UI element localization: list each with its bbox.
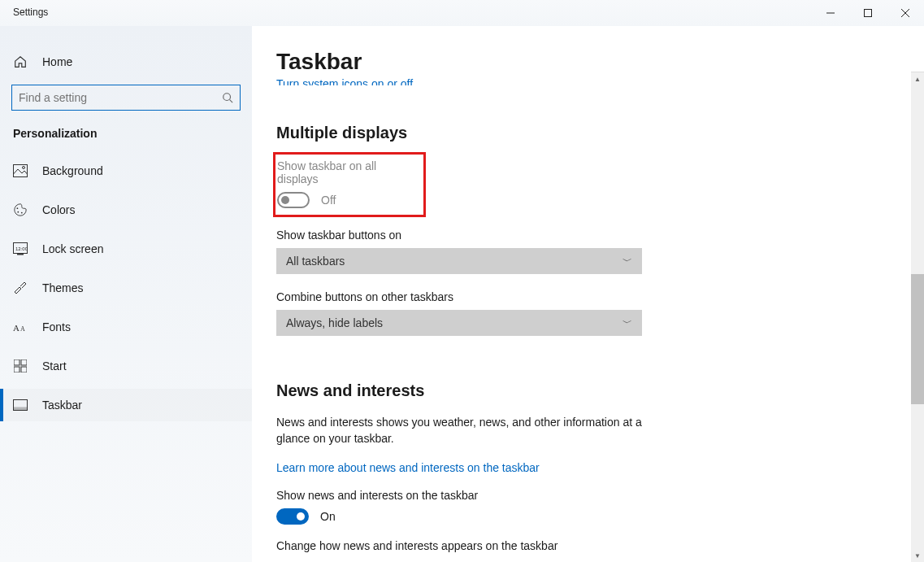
taskbar-icon [13,398,28,412]
sidebar-item-colors[interactable]: Colors [0,194,252,226]
label-change-news-appearance: Change how news and interests appears on… [276,539,924,552]
sidebar-item-themes[interactable]: Themes [0,272,252,304]
toggle-show-taskbar-all[interactable] [277,192,310,208]
svg-rect-18 [14,367,20,372]
search-icon [222,92,233,103]
palette-icon [13,203,28,217]
chevron-down-icon: ﹀ [623,316,632,330]
svg-text:A: A [20,325,25,333]
close-button[interactable] [887,0,924,26]
link-system-icons[interactable]: Turn system icons on or off [276,77,924,85]
scroll-up-arrow[interactable]: ▲ [911,72,924,85]
sidebar-item-label: Background [42,164,103,177]
sidebar-item-label: Themes [42,281,84,294]
link-learn-more[interactable]: Learn more about news and interests on t… [276,461,540,474]
chevron-down-icon: ﹀ [623,255,632,268]
svg-rect-21 [14,407,28,411]
themes-icon [13,281,28,295]
search-input[interactable] [19,91,222,104]
sidebar-item-fonts[interactable]: AA Fonts [0,311,252,343]
toggle-state: Off [321,194,336,207]
label-show-taskbar-all: Show taskbar on all displays [277,159,417,185]
heading-multiple-displays: Multiple displays [276,124,924,142]
heading-news: News and interests [276,381,924,400]
scroll-down-arrow[interactable]: ▼ [911,549,924,562]
dropdown-combine-buttons[interactable]: Always, hide labels ﹀ [276,310,642,336]
window-controls [812,0,924,26]
dropdown-value: All taskbars [286,255,345,268]
svg-line-5 [230,100,233,103]
titlebar: Settings [0,0,924,26]
dropdown-show-buttons-on[interactable]: All taskbars ﹀ [276,248,642,274]
lockscreen-icon: 12:00 [13,242,28,256]
start-icon [13,359,28,373]
svg-point-10 [21,212,23,214]
svg-rect-19 [21,367,27,372]
section-heading: Personalization [0,122,252,148]
svg-point-7 [23,167,25,169]
svg-point-8 [17,207,19,209]
toggle-show-news[interactable] [276,508,309,525]
sidebar-item-taskbar[interactable]: Taskbar [0,389,252,421]
svg-point-4 [223,94,231,101]
label-show-news: Show news and interests on the taskbar [276,489,924,502]
maximize-button[interactable] [849,0,887,26]
home-button[interactable]: Home [0,46,252,78]
svg-rect-1 [865,10,872,17]
svg-text:A: A [13,323,20,333]
sidebar-item-label: Taskbar [42,399,82,412]
window-title: Settings [0,0,48,18]
label-combine-buttons: Combine buttons on other taskbars [276,290,924,303]
sidebar-item-label: Colors [42,203,75,216]
dropdown-value: Always, hide labels [286,316,383,329]
minimize-button[interactable] [812,0,849,26]
svg-text:12:00: 12:00 [15,246,28,251]
picture-icon [13,163,28,178]
home-icon [13,54,28,69]
page-title: Taskbar [276,49,924,75]
svg-rect-12 [17,254,24,255]
search-box[interactable] [11,85,241,111]
toggle-state: On [320,510,336,523]
svg-point-9 [17,211,19,213]
sidebar-item-lockscreen[interactable]: 12:00 Lock screen [0,233,252,265]
main-content: Taskbar Turn system icons on or off Mult… [252,26,924,562]
sidebar-item-label: Fonts [42,320,71,333]
svg-rect-16 [14,359,20,365]
sidebar-item-label: Lock screen [42,242,103,255]
scrollbar[interactable]: ▲ ▼ [911,72,924,562]
fonts-icon: AA [13,320,28,334]
highlight-box: Show taskbar on all displays Off [273,152,426,217]
svg-rect-17 [21,359,27,365]
sidebar-item-start[interactable]: Start [0,350,252,382]
label-show-buttons-on: Show taskbar buttons on [276,229,924,242]
scrollbar-thumb[interactable] [911,274,924,404]
news-description: News and interests shows you weather, ne… [276,415,642,447]
home-label: Home [42,55,72,68]
svg-rect-6 [14,165,28,177]
sidebar: Home Personalization Background Colors [0,26,252,562]
sidebar-item-label: Start [42,359,67,372]
sidebar-item-background[interactable]: Background [0,155,252,187]
